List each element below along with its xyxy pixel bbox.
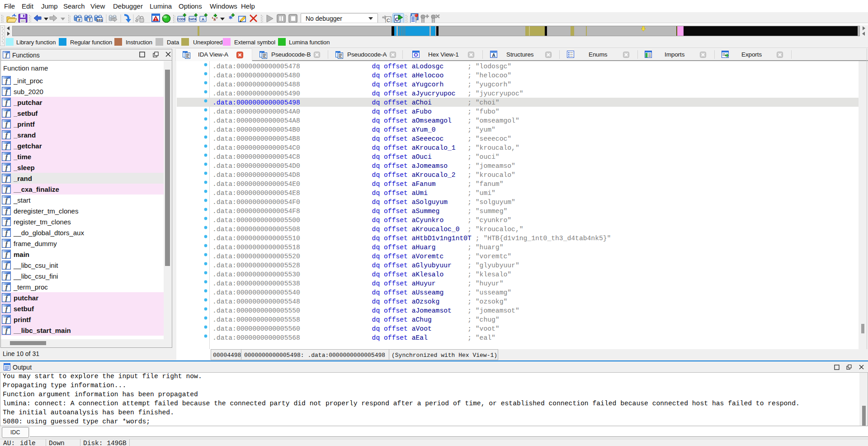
svg-text:A: A [202,17,205,22]
svg-text:‘s’: ‘s’ [212,15,218,22]
svg-text:#: # [78,18,80,22]
svg-text:CODE: CODE [177,18,186,21]
svg-text:A: A [492,52,495,58]
svg-text:*: * [229,14,233,24]
svg-text:DATA: DATA [189,18,196,21]
svg-text:101: 101 [97,18,103,22]
svg-text:T: T [89,18,91,22]
svg-text:C: C [387,18,390,23]
